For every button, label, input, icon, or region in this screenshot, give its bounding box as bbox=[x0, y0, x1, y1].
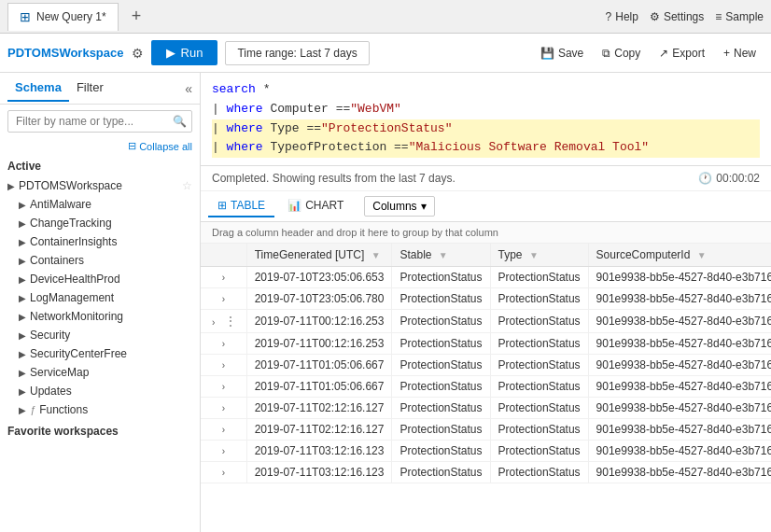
settings-button[interactable]: ⚙ Settings bbox=[650, 10, 704, 23]
workspace-chevron-icon: ▶ bbox=[7, 181, 15, 191]
tree-item-containers[interactable]: ▶Containers bbox=[0, 251, 200, 270]
workspace-link[interactable]: PDTOMSWorkspace bbox=[7, 46, 124, 60]
main-layout: Schema Filter « 🔍 ⊟ Collapse all Active … bbox=[0, 73, 771, 532]
copy-button[interactable]: ⧉ Copy bbox=[595, 42, 648, 64]
table-row: › 2019-07-11T02:12:16.127 ProtectionStat… bbox=[201, 419, 771, 441]
query-line-2: | where Computer == "WebVM" bbox=[212, 100, 760, 119]
row-expand-button[interactable]: › bbox=[218, 382, 229, 392]
cell-source: 901e9938-bb5e-4527-8d40-e3b7168a1d86 bbox=[588, 333, 771, 355]
cell-time: 2019-07-11T03:12:16.123 bbox=[246, 441, 392, 462]
workspace-star-icon[interactable]: ☆ bbox=[182, 179, 192, 192]
columns-button[interactable]: Columns ▾ bbox=[364, 196, 434, 217]
query-line-1: search * bbox=[212, 80, 760, 100]
tree-item-chevron: ▶ bbox=[19, 256, 26, 266]
tree-item-changetracking[interactable]: ▶ChangeTracking bbox=[0, 214, 200, 232]
sidebar-collapse-button[interactable]: « bbox=[185, 81, 192, 96]
row-expand-button[interactable]: › bbox=[208, 317, 218, 328]
active-section-label: Active bbox=[0, 156, 200, 176]
stable-filter-icon[interactable]: ▼ bbox=[439, 250, 448, 260]
export-icon: ↗ bbox=[659, 47, 668, 60]
results-table-wrap: TimeGenerated [UTC] ▼ Stable ▼ Type ▼ bbox=[201, 244, 771, 532]
cell-source: 901e9938-bb5e-4527-8d40-e3b7168a1d86 bbox=[588, 462, 771, 483]
cell-source: 901e9938-bb5e-4527-8d40-e3b7168a1d86 bbox=[588, 419, 771, 441]
row-expand-button[interactable]: › bbox=[218, 403, 229, 413]
tree-item-chevron: ▶ bbox=[19, 349, 26, 359]
add-tab-button[interactable]: + bbox=[126, 7, 147, 26]
tree-item-antimalware[interactable]: ▶AntiMalware bbox=[0, 195, 200, 214]
completed-text: Completed. Showing results from the last… bbox=[212, 172, 456, 185]
filter-input[interactable] bbox=[7, 110, 192, 133]
tree-item-chevron: ▶ bbox=[19, 386, 26, 397]
sample-button[interactable]: ≡ Sample bbox=[715, 10, 764, 23]
expand-col-header bbox=[201, 244, 246, 267]
tree-item-securitycenterfree[interactable]: ▶SecurityCenterFree bbox=[0, 344, 200, 363]
query-line-3: | where Type == "ProtectionStatus" bbox=[212, 119, 760, 139]
title-bar: ⊞ New Query 1* + ? Help ⚙ Settings ≡ Sam… bbox=[0, 0, 771, 34]
export-button[interactable]: ↗ Export bbox=[652, 42, 712, 64]
cell-type: ProtectionStatus bbox=[490, 310, 588, 333]
cell-source: 901e9938-bb5e-4527-8d40-e3b7168a1d86 bbox=[588, 441, 771, 462]
cell-time: 2019-07-11T00:12:16.253 bbox=[246, 333, 392, 355]
save-button[interactable]: 💾 Save bbox=[533, 42, 591, 64]
tree-item-updates[interactable]: ▶Updates bbox=[0, 382, 200, 400]
save-icon: 💾 bbox=[540, 47, 554, 60]
cell-stable: ProtectionStatus bbox=[392, 376, 490, 398]
source-filter-icon[interactable]: ▼ bbox=[697, 250, 707, 260]
tree-item-networkmonitoring[interactable]: ▶NetworkMonitoring bbox=[0, 307, 200, 326]
tree-item-devicehealthprod[interactable]: ▶DeviceHealthProd bbox=[0, 270, 200, 288]
cell-stable: ProtectionStatus bbox=[392, 419, 490, 441]
cell-stable: ProtectionStatus bbox=[392, 288, 490, 310]
time-filter-icon[interactable]: ▼ bbox=[371, 250, 381, 260]
filter-tab[interactable]: Filter bbox=[69, 75, 111, 102]
collapse-icon: ⊟ bbox=[128, 140, 136, 152]
sidebar: Schema Filter « 🔍 ⊟ Collapse all Active … bbox=[0, 73, 201, 532]
row-expand-button[interactable]: › bbox=[218, 294, 229, 304]
table-icon: ⊞ bbox=[217, 199, 227, 212]
help-button[interactable]: ? Help bbox=[606, 10, 638, 23]
new-button[interactable]: + New bbox=[716, 42, 764, 64]
timer-value: 00:00:02 bbox=[716, 172, 760, 185]
cell-time: 2019-07-11T01:05:06.667 bbox=[246, 376, 392, 398]
row-expand-button[interactable]: › bbox=[218, 339, 229, 349]
collapse-all-link[interactable]: ⊟ Collapse all bbox=[128, 140, 192, 152]
run-button[interactable]: ▶ Run bbox=[151, 40, 218, 65]
workspace-root[interactable]: ▶ PDTOMSWorkspace ☆ bbox=[0, 176, 200, 195]
table-row: › 2019-07-11T01:05:06.667 ProtectionStat… bbox=[201, 355, 771, 376]
tree-item-functions[interactable]: ▶ƒFunctions bbox=[0, 400, 200, 419]
cell-type: ProtectionStatus bbox=[490, 333, 588, 355]
workspace-root-label: PDTOMSWorkspace bbox=[19, 179, 122, 192]
query-line-4: | where TypeofProtection == "Malicious S… bbox=[212, 138, 760, 158]
tree-item-logmanagement[interactable]: ▶LogManagement bbox=[0, 288, 200, 307]
filter-box: 🔍 bbox=[0, 105, 200, 138]
cell-type: ProtectionStatus bbox=[490, 355, 588, 376]
schema-tab[interactable]: Schema bbox=[7, 75, 69, 102]
row-menu-button[interactable]: ⋮ bbox=[222, 314, 239, 329]
drag-hint: Drag a column header and drop it here to… bbox=[201, 222, 771, 244]
timer: 🕐 00:00:02 bbox=[698, 172, 760, 185]
time-range-selector[interactable]: Time range: Last 7 days bbox=[225, 41, 369, 65]
tree-item-chevron: ▶ bbox=[19, 405, 26, 415]
tree-item-chevron: ▶ bbox=[19, 274, 26, 285]
chart-tab[interactable]: 📊 CHART bbox=[278, 195, 353, 217]
help-icon: ? bbox=[606, 10, 612, 23]
col-stable: Stable ▼ bbox=[392, 244, 490, 267]
tree-item-servicemap[interactable]: ▶ServiceMap bbox=[0, 363, 200, 382]
row-expand-button[interactable]: › bbox=[218, 468, 229, 478]
cell-source: 901e9938-bb5e-4527-8d40-e3b7168a1d86 bbox=[588, 398, 771, 419]
row-expand-button[interactable]: › bbox=[218, 273, 229, 283]
cell-source: 901e9938-bb5e-4527-8d40-e3b7168a1d86 bbox=[588, 355, 771, 376]
col-type: Type ▼ bbox=[490, 244, 588, 267]
cell-stable: ProtectionStatus bbox=[392, 398, 490, 419]
table-tab[interactable]: ⊞ TABLE bbox=[208, 195, 274, 217]
query-tab[interactable]: ⊞ New Query 1* bbox=[7, 3, 119, 31]
toolbar-settings-icon[interactable]: ⚙ bbox=[132, 46, 144, 61]
type-filter-icon[interactable]: ▼ bbox=[529, 250, 539, 260]
cell-type: ProtectionStatus bbox=[490, 288, 588, 310]
tree-item-containerinsights[interactable]: ▶ContainerInsights bbox=[0, 232, 200, 251]
tree-item-chevron: ▶ bbox=[19, 312, 26, 322]
query-editor[interactable]: search * | where Computer == "WebVM" | w… bbox=[201, 73, 771, 166]
tree-item-security[interactable]: ▶Security bbox=[0, 326, 200, 344]
row-expand-button[interactable]: › bbox=[218, 446, 229, 456]
row-expand-button[interactable]: › bbox=[218, 360, 229, 371]
row-expand-button[interactable]: › bbox=[218, 425, 229, 435]
